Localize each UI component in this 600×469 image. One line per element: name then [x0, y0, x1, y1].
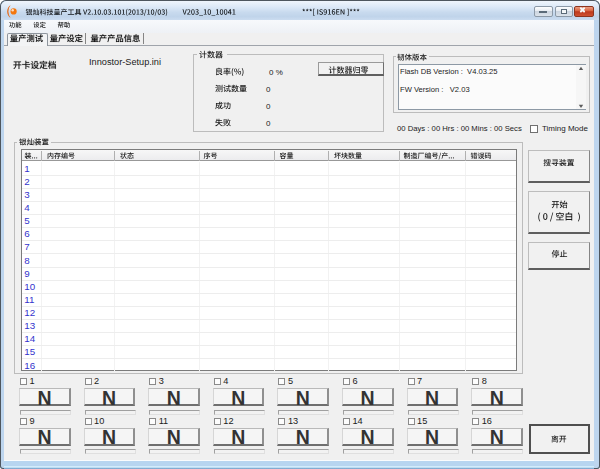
svg-text:2: 2 — [24, 176, 29, 187]
svg-text:N: N — [102, 426, 116, 448]
svg-text:8: 8 — [24, 255, 30, 266]
svg-text:5: 5 — [288, 376, 293, 386]
svg-text:3: 3 — [159, 376, 164, 386]
svg-text:0: 0 — [266, 102, 271, 111]
svg-text:6: 6 — [24, 228, 30, 239]
svg-text:4: 4 — [223, 376, 228, 386]
svg-text:5: 5 — [24, 215, 30, 226]
svg-text:1: 1 — [24, 163, 29, 174]
svg-text:10: 10 — [24, 281, 35, 292]
svg-text:N: N — [231, 387, 245, 409]
svg-text:FW Version : V2.03: FW Version : V2.03 — [400, 85, 470, 94]
svg-text:15: 15 — [417, 416, 427, 426]
svg-text:14: 14 — [24, 333, 35, 344]
svg-text:14: 14 — [353, 416, 363, 426]
svg-text:1: 1 — [30, 376, 35, 386]
svg-text:N: N — [296, 387, 310, 409]
svg-text:6: 6 — [353, 376, 358, 386]
svg-text:10: 10 — [94, 416, 104, 426]
svg-text:9: 9 — [24, 268, 29, 279]
svg-text:N: N — [231, 426, 245, 448]
svg-text:15: 15 — [24, 346, 35, 357]
svg-text:00 Days : 00 Hrs : 00 Mins : 0: 00 Days : 00 Hrs : 00 Mins : 00 Secs — [397, 124, 522, 133]
svg-text:Timing Mode: Timing Mode — [542, 124, 588, 133]
svg-text:2: 2 — [94, 376, 99, 386]
svg-text:N: N — [490, 426, 504, 448]
svg-text:16: 16 — [24, 360, 35, 371]
svg-text:8: 8 — [482, 376, 487, 386]
svg-text:0: 0 — [266, 85, 271, 94]
svg-text:N: N — [360, 387, 374, 409]
svg-text:12: 12 — [24, 307, 35, 318]
svg-text:N: N — [425, 426, 439, 448]
svg-text:N: N — [490, 387, 504, 409]
svg-text:12: 12 — [223, 416, 233, 426]
svg-text:11: 11 — [24, 294, 34, 305]
svg-text:13: 13 — [24, 320, 35, 331]
svg-text:N: N — [102, 387, 116, 409]
svg-text:11: 11 — [159, 416, 169, 426]
svg-text:13: 13 — [288, 416, 298, 426]
svg-text:Innostor-Setup.ini: Innostor-Setup.ini — [89, 57, 161, 67]
svg-text:N: N — [296, 426, 310, 448]
svg-text:N: N — [167, 387, 181, 409]
svg-text:N: N — [425, 387, 439, 409]
svg-text:Flash DB Version : V4.03.25: Flash DB Version : V4.03.25 — [400, 67, 498, 76]
svg-text:4: 4 — [24, 202, 30, 213]
svg-text:N: N — [167, 426, 181, 448]
svg-text:0 %: 0 % — [269, 68, 283, 77]
svg-text:9: 9 — [30, 416, 35, 426]
svg-text:0: 0 — [266, 119, 271, 128]
svg-text:N: N — [37, 387, 51, 409]
svg-text:7: 7 — [417, 376, 422, 386]
svg-text:N: N — [360, 426, 374, 448]
svg-text:16: 16 — [482, 416, 492, 426]
svg-text:N: N — [37, 426, 51, 448]
svg-text:3: 3 — [24, 189, 30, 200]
svg-text:7: 7 — [24, 241, 29, 252]
